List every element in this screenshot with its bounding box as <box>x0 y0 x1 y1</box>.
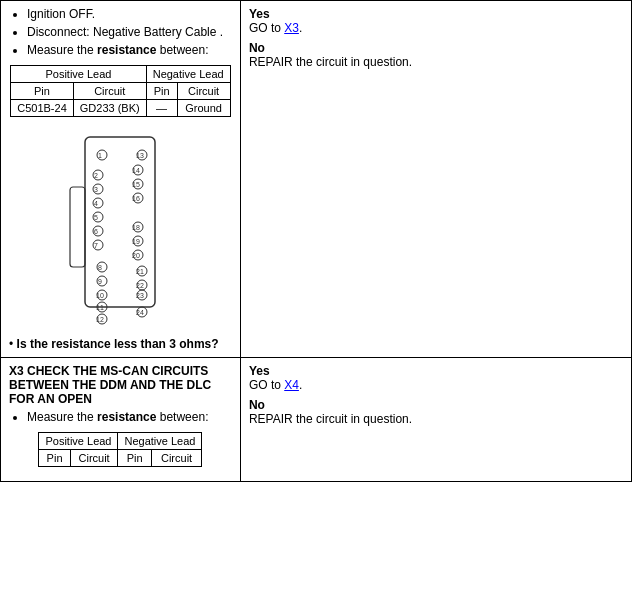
svg-text:5: 5 <box>94 214 98 221</box>
svg-text:24: 24 <box>137 309 145 316</box>
cell-pin-c501b: C501B-24 <box>11 100 74 117</box>
resistance-table-2: Positive Lead Negative Lead Pin Circuit … <box>38 432 202 467</box>
negative-lead-header-2: Negative Lead <box>118 433 202 450</box>
col-pin-pos: Pin <box>11 83 74 100</box>
bullet-ignition: Ignition OFF. <box>27 7 232 21</box>
cell-pin-dash: — <box>146 100 177 117</box>
col-circuit-neg-2: Circuit <box>151 450 202 467</box>
bullet-measure: Measure the resistance between: <box>27 43 232 57</box>
no-block-1: No REPAIR the circuit in question. <box>249 41 623 69</box>
row1-bullet-list: Ignition OFF. Disconnect: Negative Batte… <box>9 7 232 57</box>
row1-question: • Is the resistance less than 3 ohms? <box>9 337 232 351</box>
col-pin-pos-2: Pin <box>39 450 70 467</box>
svg-text:6: 6 <box>94 228 98 235</box>
svg-text:8: 8 <box>98 264 102 271</box>
col-pin-neg: Pin <box>146 83 177 100</box>
row1-right: Yes GO to X3. No REPAIR the circuit in q… <box>240 1 631 358</box>
yes-period-1: . <box>299 21 302 35</box>
svg-text:18: 18 <box>133 224 141 231</box>
no-text-1: REPAIR the circuit in question. <box>249 55 412 69</box>
yes-text-1: GO to <box>249 21 284 35</box>
col-circuit-pos-2: Circuit <box>70 450 118 467</box>
svg-text:1: 1 <box>98 152 102 159</box>
yes-block-2: Yes GO to X4. <box>249 364 623 392</box>
svg-text:12: 12 <box>97 316 105 323</box>
svg-text:20: 20 <box>133 252 141 259</box>
col-circuit-neg: Circuit <box>177 83 230 100</box>
svg-text:10: 10 <box>97 292 105 299</box>
yes-link-1[interactable]: X3 <box>284 21 299 35</box>
no-text-2: REPAIR the circuit in question. <box>249 412 412 426</box>
resistance-table-1: Positive Lead Negative Lead Pin Circuit … <box>10 65 230 117</box>
main-layout-table: Ignition OFF. Disconnect: Negative Batte… <box>0 0 632 482</box>
cell-circuit-ground: Ground <box>177 100 230 117</box>
positive-lead-header: Positive Lead <box>11 66 146 83</box>
svg-text:22: 22 <box>137 282 145 289</box>
row2-left: X3 CHECK THE MS-CAN CIRCUITS BETWEEN THE… <box>1 358 241 482</box>
col-pin-neg-2: Pin <box>118 450 151 467</box>
no-label-2: No <box>249 398 265 412</box>
col-circuit-pos: Circuit <box>73 83 146 100</box>
yes-link-2[interactable]: X4 <box>284 378 299 392</box>
row2-bullet-list: Measure the resistance between: <box>9 410 232 424</box>
svg-text:21: 21 <box>137 268 145 275</box>
yes-label-2: Yes <box>249 364 270 378</box>
negative-lead-header: Negative Lead <box>146 66 230 83</box>
positive-lead-header-2: Positive Lead <box>39 433 118 450</box>
svg-text:14: 14 <box>133 167 141 174</box>
svg-text:7: 7 <box>94 242 98 249</box>
yes-text-2: GO to <box>249 378 284 392</box>
yes-period-2: . <box>299 378 302 392</box>
svg-rect-1 <box>70 187 85 267</box>
yes-block-1: Yes GO to X3. <box>249 7 623 35</box>
no-block-2: No REPAIR the circuit in question. <box>249 398 623 426</box>
cell-circuit-gd233: GD233 (BK) <box>73 100 146 117</box>
svg-text:9: 9 <box>98 278 102 285</box>
no-label-1: No <box>249 41 265 55</box>
svg-text:19: 19 <box>133 238 141 245</box>
row2-bullet-measure: Measure the resistance between: <box>27 410 232 424</box>
svg-text:3: 3 <box>94 186 98 193</box>
svg-text:23: 23 <box>137 292 145 299</box>
bullet-disconnect: Disconnect: Negative Battery Cable . <box>27 25 232 39</box>
row1-left: Ignition OFF. Disconnect: Negative Batte… <box>1 1 241 358</box>
row2-right: Yes GO to X4. No REPAIR the circuit in q… <box>240 358 631 482</box>
connector-svg: 1 13 2 14 3 15 4 16 <box>60 127 180 327</box>
bold-resistance: resistance <box>97 43 156 57</box>
yes-label-1: Yes <box>249 7 270 21</box>
svg-rect-0 <box>85 137 155 307</box>
connector-diagram: 1 13 2 14 3 15 4 16 <box>9 127 232 327</box>
svg-text:2: 2 <box>94 172 98 179</box>
bold-resistance-2: resistance <box>97 410 156 424</box>
svg-text:13: 13 <box>137 152 145 159</box>
svg-text:4: 4 <box>94 200 98 207</box>
svg-text:15: 15 <box>133 181 141 188</box>
row2-section-header: X3 CHECK THE MS-CAN CIRCUITS BETWEEN THE… <box>9 364 232 406</box>
svg-text:11: 11 <box>97 304 105 311</box>
svg-text:16: 16 <box>133 195 141 202</box>
